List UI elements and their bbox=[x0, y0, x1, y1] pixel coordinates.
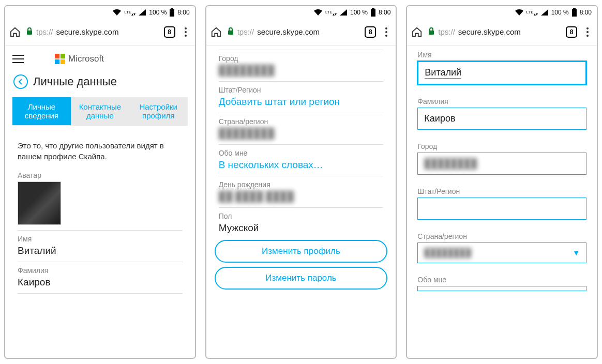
battery-percent: 100 % bbox=[149, 9, 167, 16]
surname-label: Фамилия bbox=[18, 266, 183, 275]
country-select[interactable]: ████████ ▼ bbox=[417, 242, 586, 263]
signal-icon bbox=[541, 9, 548, 16]
tab-profile[interactable]: Настройки профиля bbox=[129, 97, 188, 125]
svg-rect-6 bbox=[572, 9, 577, 17]
lte-label: LTE▴▾ bbox=[526, 8, 538, 17]
status-bar: LTE▴▾ 100 % 8:00 bbox=[407, 6, 597, 19]
about-input[interactable] bbox=[417, 286, 586, 291]
surname-label: Фамилия bbox=[407, 92, 597, 105]
ms-header: Microsoft bbox=[5, 46, 195, 69]
home-icon[interactable] bbox=[9, 26, 21, 38]
wifi-icon bbox=[515, 9, 523, 16]
lock-icon bbox=[428, 27, 435, 37]
tab-count[interactable]: 8 bbox=[365, 26, 376, 38]
avatar-block: Аватар bbox=[5, 167, 195, 227]
surname-block: Фамилия Каиров bbox=[5, 262, 195, 290]
state-add-link[interactable]: Добавить штат или регион bbox=[219, 96, 384, 108]
surname-input-value: Каиров bbox=[424, 113, 455, 124]
birthday-label: День рождения bbox=[219, 180, 384, 189]
name-value: Виталий bbox=[18, 245, 183, 256]
edit-profile-button[interactable]: Изменить профиль bbox=[215, 240, 388, 263]
page-title-row: Личные данные bbox=[5, 69, 195, 97]
brand-label: Microsoft bbox=[68, 54, 104, 64]
home-icon[interactable] bbox=[210, 26, 222, 38]
status-bar: LTE▴▾ 100 % 8:00 bbox=[206, 6, 396, 19]
tabs: Личные сведения Контактные данные Настро… bbox=[12, 97, 188, 126]
browser-url-bar: tps://secure.skype.com 8 bbox=[407, 19, 597, 46]
wifi-icon bbox=[113, 9, 121, 16]
battery-icon bbox=[170, 8, 174, 17]
back-button[interactable] bbox=[13, 74, 28, 89]
lte-label: LTE▴▾ bbox=[124, 8, 136, 17]
browser-menu-icon[interactable] bbox=[381, 27, 392, 37]
tab-personal[interactable]: Личные сведения bbox=[12, 97, 71, 125]
city-block: Город ████████ bbox=[206, 50, 396, 78]
chevron-down-icon: ▼ bbox=[573, 249, 580, 257]
url-field[interactable]: tps://secure.skype.com bbox=[428, 27, 561, 37]
city-input-value: ████████ bbox=[424, 158, 477, 169]
microsoft-logo: Microsoft bbox=[55, 54, 104, 64]
tab-count[interactable]: 8 bbox=[164, 26, 175, 38]
wifi-icon bbox=[314, 9, 322, 16]
svg-rect-8 bbox=[429, 31, 434, 35]
state-input[interactable] bbox=[417, 198, 586, 220]
phone-screen-3: LTE▴▾ 100 % 8:00 tps://secure.skype.com … bbox=[406, 5, 598, 359]
tab-count[interactable]: 8 bbox=[566, 26, 577, 38]
content-area: Имя Виталий Фамилия Каиров Город ███████… bbox=[407, 46, 597, 358]
url-proto: tps:// bbox=[438, 27, 455, 36]
signal-icon bbox=[139, 9, 146, 16]
clock: 8:00 bbox=[177, 9, 189, 16]
url-field[interactable]: tps://secure.skype.com bbox=[26, 27, 159, 37]
home-icon[interactable] bbox=[411, 26, 423, 38]
surname-input[interactable]: Каиров bbox=[417, 108, 586, 130]
microsoft-logo-icon bbox=[55, 54, 65, 64]
country-value: ████████ bbox=[219, 128, 384, 139]
battery-percent: 100 % bbox=[350, 9, 368, 16]
url-field[interactable]: tps://secure.skype.com bbox=[227, 27, 360, 37]
browser-url-bar: tps://secure.skype.com 8 bbox=[5, 19, 195, 46]
about-link[interactable]: В нескольких словах… bbox=[219, 159, 384, 171]
change-password-button[interactable]: Изменить пароль bbox=[215, 267, 388, 290]
clock: 8:00 bbox=[379, 9, 390, 16]
hamburger-icon[interactable] bbox=[12, 55, 24, 63]
country-select-value: ████████ bbox=[424, 248, 471, 257]
gender-block: Пол Мужской bbox=[206, 208, 396, 236]
browser-menu-icon[interactable] bbox=[582, 27, 593, 37]
birthday-value: ██ ████ ████ bbox=[219, 191, 384, 202]
city-value: ████████ bbox=[219, 65, 384, 76]
city-input[interactable]: ████████ bbox=[417, 153, 586, 175]
about-label: Обо мне bbox=[407, 270, 597, 284]
name-label: Имя bbox=[407, 46, 597, 59]
avatar-image[interactable] bbox=[18, 181, 61, 225]
svg-rect-5 bbox=[228, 31, 233, 35]
country-label: Страна/регион bbox=[219, 117, 384, 126]
description: Это то, что другие пользователи видят в … bbox=[5, 126, 195, 167]
city-label: Город bbox=[407, 137, 597, 150]
content-area: Microsoft Личные данные Личные сведения … bbox=[5, 46, 195, 358]
svg-rect-4 bbox=[372, 8, 374, 9]
browser-menu-icon[interactable] bbox=[180, 27, 191, 37]
phone-screen-2: LTE▴▾ 100 % 8:00 tps://secure.skype.com … bbox=[205, 5, 397, 359]
state-label: Штат/Регион bbox=[219, 86, 384, 94]
name-input[interactable]: Виталий bbox=[417, 61, 586, 85]
url-host: secure.skype.com bbox=[257, 27, 320, 36]
url-proto: tps:// bbox=[237, 27, 254, 36]
about-label: Обо мне bbox=[219, 149, 384, 157]
content-area: Город ████████ Штат/Регион Добавить штат… bbox=[206, 46, 396, 358]
city-label: Город bbox=[219, 54, 384, 63]
svg-rect-1 bbox=[171, 8, 173, 9]
url-proto: tps:// bbox=[36, 27, 53, 36]
browser-url-bar: tps://secure.skype.com 8 bbox=[206, 19, 396, 46]
surname-value: Каиров bbox=[18, 277, 183, 288]
battery-icon bbox=[371, 8, 375, 17]
battery-percent: 100 % bbox=[551, 9, 569, 16]
status-bar: LTE▴▾ 100 % 8:00 bbox=[5, 6, 195, 19]
url-host: secure.skype.com bbox=[458, 27, 521, 36]
clock: 8:00 bbox=[580, 9, 592, 16]
battery-icon bbox=[572, 8, 577, 17]
name-input-value: Виталий bbox=[425, 67, 461, 79]
signal-icon bbox=[340, 9, 347, 16]
tab-contact[interactable]: Контактные данные bbox=[71, 97, 129, 125]
state-label: Штат/Регион bbox=[407, 182, 597, 195]
birthday-block: День рождения ██ ████ ████ bbox=[206, 176, 396, 204]
